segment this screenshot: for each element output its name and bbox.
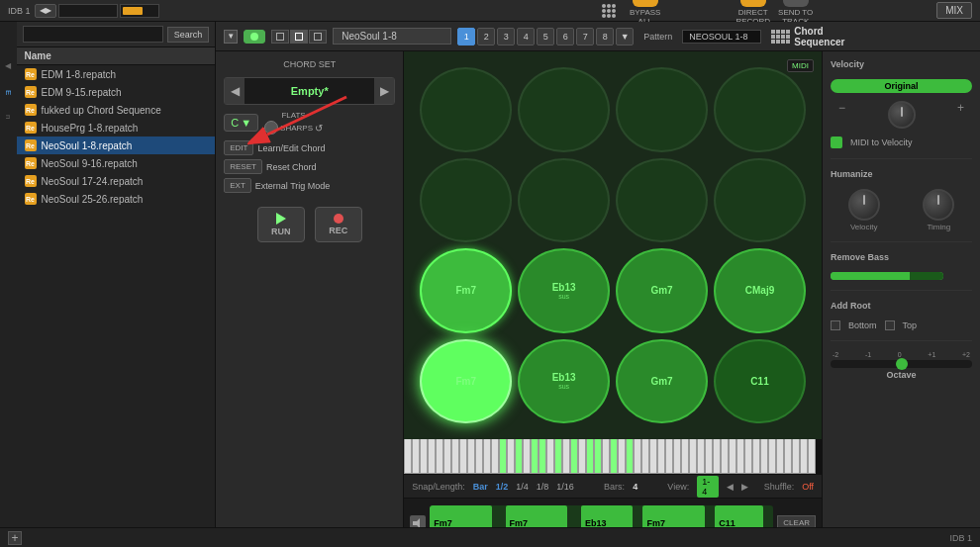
- grid-icon[interactable]: [602, 4, 616, 18]
- piano-key-46[interactable]: [768, 439, 776, 474]
- sidebar-icon-2[interactable]: E: [4, 90, 13, 95]
- pad-6[interactable]: [616, 158, 708, 243]
- pad-14[interactable]: Gm7: [616, 339, 708, 424]
- piano-key-6[interactable]: [451, 439, 459, 474]
- piano-key-31[interactable]: [649, 439, 657, 474]
- sidebar-icon-3[interactable]: n: [4, 115, 13, 119]
- piano-key-29[interactable]: [634, 439, 641, 474]
- piano-key-33[interactable]: [665, 439, 673, 474]
- pad-10[interactable]: Gm7: [616, 248, 708, 333]
- piano-key-16[interactable]: [531, 439, 539, 474]
- pad-12[interactable]: Fm7: [420, 339, 512, 424]
- pattern-btn-5[interactable]: 5: [537, 28, 554, 46]
- piano-key-1[interactable]: [412, 439, 420, 474]
- humanize-velocity-knob[interactable]: [848, 189, 880, 221]
- piano-key-38[interactable]: [705, 439, 713, 474]
- velocity-knob[interactable]: [888, 101, 916, 129]
- piano-key-23[interactable]: [586, 439, 594, 474]
- piano-key-14[interactable]: [515, 439, 523, 474]
- reset-tag[interactable]: RESET: [224, 159, 262, 174]
- piano-key-4[interactable]: [436, 439, 443, 474]
- collapse-button[interactable]: ▼: [224, 30, 238, 44]
- snap-1-8-opt[interactable]: 1/8: [537, 482, 549, 492]
- piano-key-48[interactable]: [784, 439, 792, 474]
- piano-key-32[interactable]: [657, 439, 665, 474]
- piano-key-15[interactable]: [523, 439, 531, 474]
- piano-key-12[interactable]: [499, 439, 507, 474]
- piano-key-2[interactable]: [420, 439, 428, 474]
- snap-bar-opt[interactable]: Bar: [473, 482, 488, 492]
- sidebar-item-1[interactable]: ReEDM 9-15.repatch: [17, 83, 216, 101]
- snap-1-16-opt[interactable]: 1/16: [556, 482, 574, 492]
- pad-0[interactable]: [420, 67, 512, 152]
- pad-3[interactable]: [714, 67, 806, 152]
- view-btn-table[interactable]: [290, 30, 308, 44]
- pad-4[interactable]: [420, 158, 512, 243]
- piano-key-44[interactable]: [752, 439, 760, 474]
- snap-1-2-opt[interactable]: 1/2: [496, 482, 509, 492]
- add-root-bottom-checkbox[interactable]: [831, 320, 840, 330]
- piano-key-0[interactable]: [404, 439, 412, 474]
- piano-key-20[interactable]: [562, 439, 570, 474]
- rec-button[interactable]: REC: [315, 207, 362, 242]
- pad-9[interactable]: Eb13sus: [518, 248, 610, 333]
- pattern-btn-3[interactable]: 3: [497, 28, 515, 46]
- piano-key-41[interactable]: [729, 439, 736, 474]
- search-button[interactable]: Search: [167, 27, 210, 43]
- pad-15[interactable]: C11: [714, 339, 806, 424]
- bottom-add-button[interactable]: +: [8, 531, 22, 545]
- pad-13[interactable]: Eb13sus: [518, 339, 610, 424]
- bypass-toggle[interactable]: [633, 0, 658, 7]
- mix-button[interactable]: MIX: [936, 2, 972, 19]
- sidebar-icon-1[interactable]: ◀: [4, 61, 13, 70]
- remove-bass-slider[interactable]: [831, 272, 943, 280]
- view-btn-list[interactable]: [271, 30, 289, 44]
- piano-key-5[interactable]: [443, 439, 451, 474]
- top-btn-1[interactable]: ◀▶: [35, 4, 56, 18]
- plus-btn[interactable]: +: [957, 101, 964, 129]
- piano-key-27[interactable]: [618, 439, 626, 474]
- pad-1[interactable]: [518, 67, 610, 152]
- plugin-name-input[interactable]: [333, 28, 451, 45]
- send-to-track-toggle[interactable]: [783, 0, 809, 7]
- piano-key-36[interactable]: [689, 439, 697, 474]
- piano-key-7[interactable]: [459, 439, 467, 474]
- chord-next-button[interactable]: ▶: [374, 78, 394, 104]
- search-input[interactable]: [23, 26, 163, 43]
- piano-key-13[interactable]: [507, 439, 515, 474]
- octave-thumb[interactable]: [896, 358, 908, 370]
- pattern-btn-1[interactable]: 1: [457, 28, 475, 46]
- snap-1-4-opt[interactable]: 1/4: [516, 482, 529, 492]
- piano-key-30[interactable]: [641, 439, 649, 474]
- pad-8[interactable]: Fm7: [420, 248, 512, 333]
- sidebar-item-0[interactable]: ReEDM 1-8.repatch: [17, 65, 216, 83]
- run-button[interactable]: RUN: [257, 207, 305, 242]
- piano-key-10[interactable]: [483, 439, 491, 474]
- direct-record-toggle[interactable]: [740, 0, 766, 7]
- piano-key-51[interactable]: [808, 439, 816, 474]
- piano-key-47[interactable]: [776, 439, 784, 474]
- octave-track[interactable]: [831, 360, 972, 368]
- piano-key-11[interactable]: [491, 439, 499, 474]
- humanize-timing-knob[interactable]: [923, 189, 954, 221]
- view-btn-grid[interactable]: [309, 30, 327, 44]
- sidebar-item-2[interactable]: Refukked up Chord Sequence: [17, 101, 216, 119]
- ext-trig-label[interactable]: External Trig Mode: [255, 181, 331, 191]
- sidebar-item-6[interactable]: ReNeoSoul 17-24.repatch: [17, 172, 216, 190]
- piano-key-49[interactable]: [792, 439, 800, 474]
- piano-key-8[interactable]: [467, 439, 475, 474]
- minus-btn[interactable]: −: [838, 101, 845, 129]
- chord-prev-button[interactable]: ◀: [225, 78, 245, 104]
- sidebar-item-5[interactable]: ReNeoSoul 9-16.repatch: [17, 154, 216, 172]
- piano-key-17[interactable]: [539, 439, 546, 474]
- piano-key-37[interactable]: [697, 439, 705, 474]
- reset-chord-label[interactable]: Reset Chord: [266, 162, 317, 172]
- piano-key-28[interactable]: [626, 439, 634, 474]
- pattern-dropdown-btn[interactable]: ▼: [616, 28, 634, 46]
- pattern-btn-2[interactable]: 2: [477, 28, 495, 46]
- piano-keyboard[interactable]: [404, 439, 822, 474]
- sidebar-item-7[interactable]: ReNeoSoul 25-26.repatch: [17, 190, 216, 208]
- piano-key-39[interactable]: [713, 439, 721, 474]
- piano-key-19[interactable]: [554, 439, 562, 474]
- view-nav-right[interactable]: ▶: [741, 482, 748, 492]
